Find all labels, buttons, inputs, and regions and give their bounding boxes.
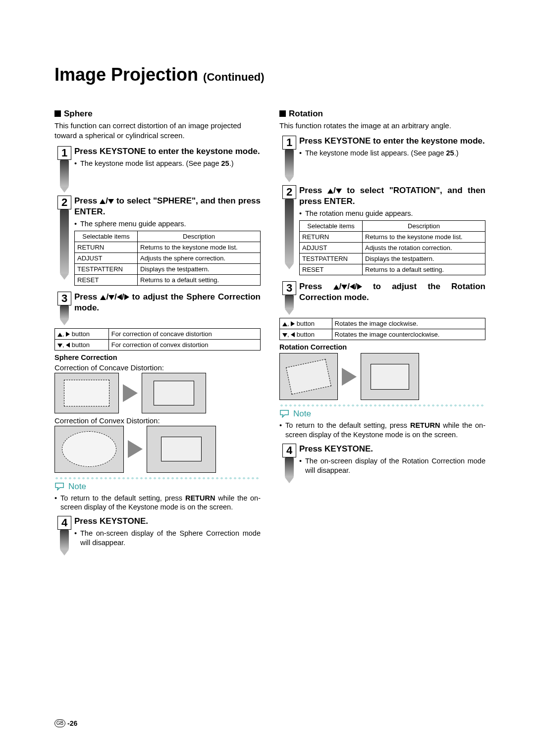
rotation-step1-bullet: The keystone mode list appears. (See pag… (305, 149, 485, 158)
note-icon (54, 482, 65, 491)
rotation-step3-title: Press /// to adjust the Rotation Correct… (299, 281, 485, 303)
triangle-left-icon (350, 284, 355, 290)
triangle-down-icon (336, 189, 342, 194)
step-number: 4 (57, 516, 71, 530)
step-bar-icon (285, 457, 294, 477)
gb-badge: GB (54, 719, 65, 727)
square-bullet-icon (279, 110, 286, 117)
rotation-correction-heading: Rotation Correction (279, 343, 485, 351)
triangle-up-icon (333, 285, 339, 290)
rotation-column: Rotation This function rotates the image… (279, 109, 485, 558)
sphere-correction-heading: Sphere Correction (54, 353, 261, 361)
rotation-adjust-table: , button Rotates the image clockwise. , … (279, 318, 485, 340)
arrow-down-icon (285, 309, 294, 315)
dotted-separator-icon (279, 404, 485, 407)
sphere-step1-bullet: The keystone mode list appears. (See pag… (80, 159, 261, 168)
table-row: RETURNReturns to the keystone mode list. (300, 232, 485, 243)
sphere-adjust-table: , button For correction of concave disto… (54, 328, 261, 351)
arrow-down-icon (60, 319, 69, 325)
table-row: TESTPATTERNDisplays the testpattern. (300, 253, 485, 264)
note-icon (279, 409, 290, 418)
step-number: 2 (57, 196, 71, 209)
step-number: 1 (282, 136, 296, 150)
triangle-right-icon (357, 284, 362, 290)
sphere-items-table: Selectable itemsDescription RETURNReturn… (74, 231, 261, 286)
arrow-right-icon (342, 368, 357, 386)
sphere-step1-title: Press KEYSTONE to enter the keystone mod… (74, 146, 261, 157)
arrow-down-icon (60, 274, 69, 280)
triangle-down-icon (108, 199, 114, 204)
table-row: RESETReturns to a default setting. (75, 274, 261, 285)
step-bar-icon (285, 150, 294, 176)
step-bar-icon (285, 199, 294, 263)
table-row: RETURNReturns to the keystone mode list. (75, 242, 261, 252)
arrow-right-icon (128, 440, 143, 458)
table-row: , button Rotates the image counterclockw… (280, 329, 485, 340)
concave-diagram (54, 373, 261, 413)
triangle-up-icon (327, 189, 333, 194)
table-row: RESETReturns to a default setting. (300, 264, 485, 275)
rotation-step2-bullet: The rotation menu guide appears. (305, 209, 485, 218)
step-number: 2 (282, 185, 296, 199)
sphere-step4-title: Press KEYSTONE. (74, 516, 261, 527)
triangle-up-icon (100, 295, 106, 300)
sphere-step2-bullet: The sphere menu guide appears. (80, 219, 261, 229)
triangle-up-icon (100, 199, 106, 204)
triangle-up-icon (282, 322, 287, 326)
rotation-heading: Rotation (279, 109, 485, 119)
sphere-step2-title: Press / to select "SPHERE", and then pre… (74, 196, 261, 217)
step-number: 1 (57, 146, 71, 160)
arrow-down-icon (60, 187, 69, 193)
page-footer: GB -26 (54, 719, 77, 727)
table-row: TESTPATTERNDisplays the testpattern. (75, 263, 261, 274)
arrow-down-icon (285, 263, 294, 269)
sphere-step4-bullet: The on-screen display of the Sphere Corr… (80, 529, 261, 548)
step-number: 4 (282, 444, 296, 457)
dotted-separator-icon (54, 477, 261, 480)
table-row: , button For correction of concave disto… (55, 328, 261, 339)
step-bar-icon (60, 305, 69, 319)
square-bullet-icon (54, 110, 61, 117)
step-bar-icon (60, 209, 69, 274)
rotation-intro: This function rotates the image at an ar… (279, 121, 485, 131)
arrow-down-icon (285, 176, 294, 182)
step-bar-icon (285, 295, 294, 309)
concave-caption: Correction of Concave Distortion: (54, 363, 261, 372)
triangle-down-icon (282, 333, 287, 337)
sphere-heading: Sphere (54, 109, 261, 119)
rotation-step4-bullet: The on-screen display of the Rotation Co… (305, 456, 485, 475)
triangle-up-icon (57, 333, 62, 337)
note-label: Note (293, 409, 311, 419)
rotation-step4-title: Press KEYSTONE. (299, 444, 485, 454)
page-title: Image Projection (Continued) (54, 64, 485, 85)
table-row: , button Rotates the image clockwise. (280, 318, 485, 329)
sphere-column: Sphere This function can correct distort… (54, 109, 261, 558)
step-bar-icon (60, 160, 69, 187)
convex-caption: Correction of Convex Distortion: (54, 416, 261, 425)
arrow-right-icon (123, 384, 138, 402)
note-label: Note (68, 482, 86, 492)
sphere-step3-title: Press /// to adjust the Sphere Correctio… (74, 292, 261, 313)
triangle-down-icon (108, 295, 114, 300)
sphere-note-text: To return to the default setting, press … (60, 494, 261, 512)
step-number: 3 (57, 292, 71, 305)
arrow-down-icon (60, 550, 69, 555)
sphere-intro: This function can correct distortion of … (54, 121, 261, 141)
table-row: , button For correction of convex distor… (55, 339, 261, 350)
triangle-down-icon (341, 285, 347, 290)
rotation-items-table: Selectable itemsDescription RETURNReturn… (299, 220, 485, 275)
table-row: ADJUSTAdjusts the sphere correction. (75, 252, 261, 263)
triangle-left-icon (117, 294, 122, 300)
rotation-diagram (279, 353, 485, 400)
rotation-step2-title: Press / to select "ROTATION", and then p… (299, 185, 485, 207)
step-number: 3 (282, 281, 296, 295)
triangle-right-icon (124, 294, 129, 300)
table-row: ADJUSTAdjusts the rotation correction. (300, 243, 485, 253)
triangle-down-icon (57, 344, 62, 348)
title-sub: (Continued) (203, 71, 264, 83)
rotation-note-text: To return to the default setting, press … (285, 421, 485, 440)
step-bar-icon (60, 530, 69, 550)
title-main: Image Projection (54, 64, 198, 85)
convex-diagram (54, 426, 261, 473)
rotation-step1-title: Press KEYSTONE to enter the keystone mod… (299, 136, 485, 147)
